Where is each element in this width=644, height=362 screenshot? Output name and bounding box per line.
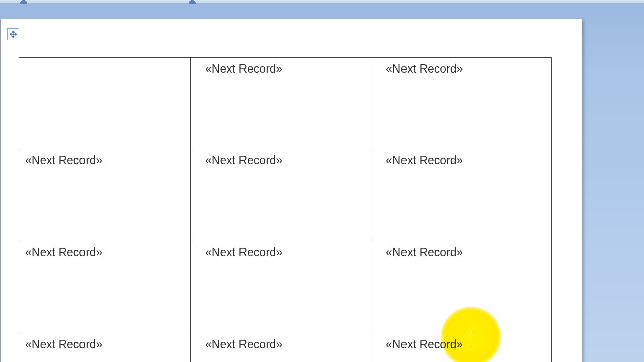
indent-marker-icon[interactable] — [189, 0, 196, 4]
merge-field[interactable]: «Next Record» — [386, 62, 463, 75]
label-cell[interactable]: «Next Record» — [19, 241, 191, 333]
workspace: «Next Record» «Next Record» «Next Record… — [0, 0, 644, 362]
column-gap — [371, 333, 380, 362]
svg-marker-6 — [12, 31, 14, 32]
label-cell[interactable]: «Next Record» — [199, 149, 371, 241]
merge-field[interactable]: «Next Record» — [25, 338, 102, 351]
svg-rect-1 — [20, 2, 27, 4]
svg-marker-7 — [12, 36, 14, 38]
merge-field[interactable]: «Next Record» — [386, 154, 463, 167]
label-cell[interactable]: «Next Record» — [19, 149, 191, 241]
label-cell[interactable] — [19, 57, 191, 149]
horizontal-ruler[interactable] — [0, 0, 644, 4]
label-cell[interactable]: «Next Record» — [199, 241, 371, 333]
column-gap — [191, 149, 199, 241]
column-gap — [191, 57, 199, 149]
label-cell[interactable]: «Next Record» — [380, 57, 552, 149]
merge-field[interactable]: «Next Record» — [205, 246, 282, 259]
table-row: «Next Record» «Next Record» — [19, 57, 552, 149]
merge-field[interactable]: «Next Record» — [205, 62, 282, 75]
label-cell[interactable]: «Next Record» — [380, 149, 552, 241]
svg-marker-8 — [10, 33, 11, 35]
label-cell[interactable]: «Next Record» — [199, 333, 371, 362]
svg-marker-2 — [189, 0, 196, 2]
merge-field[interactable]: «Next Record» — [386, 338, 463, 351]
table-row: «Next Record» «Next Record» «Next Record… — [19, 149, 552, 241]
text-caret — [471, 332, 471, 347]
table-move-handle[interactable] — [7, 28, 19, 40]
column-gap — [191, 241, 199, 333]
column-gap — [371, 241, 380, 333]
column-gap — [191, 333, 199, 362]
merge-field[interactable]: «Next Record» — [205, 338, 282, 351]
svg-marker-9 — [15, 33, 17, 35]
document-page[interactable]: «Next Record» «Next Record» «Next Record… — [0, 19, 582, 362]
merge-field[interactable]: «Next Record» — [386, 246, 463, 259]
merge-field[interactable]: «Next Record» — [25, 154, 102, 167]
indent-marker-icon[interactable] — [20, 0, 27, 4]
column-gap — [371, 149, 380, 241]
merge-field[interactable]: «Next Record» — [205, 154, 282, 167]
column-gap — [371, 57, 380, 149]
merge-field[interactable]: «Next Record» — [25, 246, 102, 259]
svg-marker-0 — [20, 0, 27, 2]
svg-rect-3 — [189, 2, 196, 4]
label-cell[interactable]: «Next Record» — [19, 333, 191, 362]
label-cell[interactable]: «Next Record» — [199, 57, 371, 149]
